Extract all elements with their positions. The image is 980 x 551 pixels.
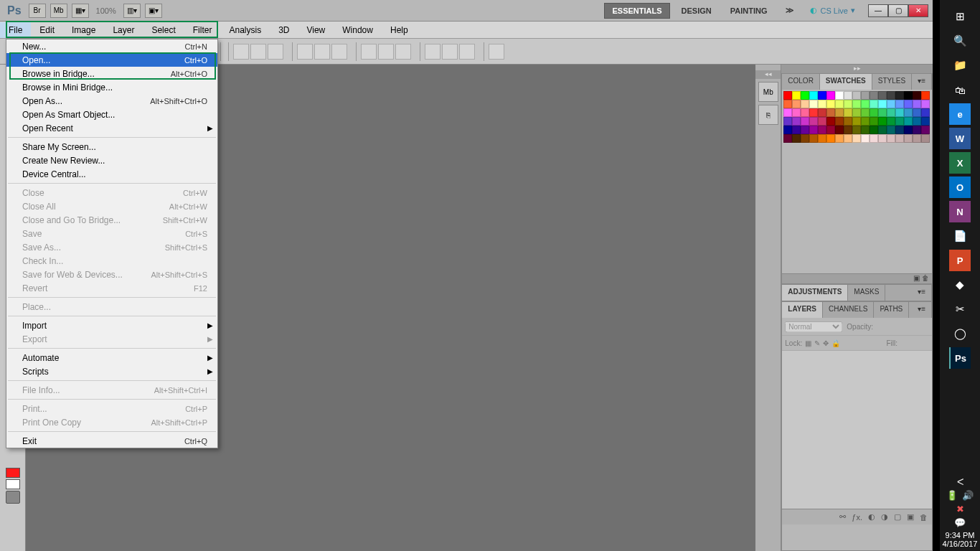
dist-vcenter-icon[interactable]: [378, 44, 394, 60]
swatch[interactable]: [895, 108, 904, 117]
align-bottom-icon[interactable]: [331, 44, 347, 60]
swatch[interactable]: [887, 134, 895, 143]
swatch[interactable]: [878, 91, 887, 100]
swatch[interactable]: [878, 100, 887, 108]
start-icon[interactable]: ⊞: [949, 6, 971, 27]
swatch[interactable]: [852, 117, 861, 126]
swatch[interactable]: [870, 91, 878, 100]
swatch[interactable]: [809, 91, 818, 100]
zoom-level[interactable]: 100%: [93, 6, 119, 15]
tab-layers[interactable]: LAYERS: [782, 302, 823, 318]
cs-live[interactable]: ◐CS Live▾: [806, 6, 859, 15]
swatch[interactable]: [887, 100, 895, 108]
link-layers-icon[interactable]: ⚯: [839, 512, 846, 522]
swatch[interactable]: [887, 91, 895, 100]
swatch[interactable]: [818, 134, 826, 143]
tab-swatches[interactable]: SWATCHES: [820, 74, 872, 90]
menu-item-share-my-screen[interactable]: Share My Screen...: [6, 140, 217, 154]
workspace-essentials[interactable]: ESSENTIALS: [604, 3, 669, 19]
menu-item-exit[interactable]: ExitCtrl+Q: [6, 434, 217, 448]
minibridge-button[interactable]: Mb: [50, 4, 67, 18]
swatch[interactable]: [921, 91, 930, 100]
menu-item-open-as-smart-object[interactable]: Open As Smart Object...: [6, 108, 217, 121]
close-button[interactable]: ✕: [908, 4, 928, 17]
menu-help[interactable]: Help: [382, 22, 417, 38]
arrange2-button[interactable]: ▣▾: [145, 4, 162, 18]
fill-field[interactable]: [900, 337, 929, 349]
swatch[interactable]: [792, 117, 801, 126]
swatch[interactable]: [878, 126, 887, 134]
swatch[interactable]: [835, 91, 844, 100]
tray-date[interactable]: 4/16/2017: [943, 540, 978, 548]
swatch[interactable]: [895, 134, 904, 143]
menu-window[interactable]: Window: [334, 22, 382, 38]
swatch[interactable]: [861, 108, 870, 117]
explorer-icon[interactable]: 📁: [949, 55, 971, 76]
swatch[interactable]: [826, 126, 835, 134]
photoshop-icon[interactable]: Ps: [949, 347, 971, 369]
swatch[interactable]: [809, 134, 818, 143]
swatch[interactable]: [861, 91, 870, 100]
dist-bottom-icon[interactable]: [395, 44, 411, 60]
swatch[interactable]: [818, 117, 826, 126]
swatch[interactable]: [844, 91, 852, 100]
swatch[interactable]: [783, 134, 792, 143]
workspace-more[interactable]: ≫: [778, 3, 801, 18]
swatch[interactable]: [809, 100, 818, 108]
swatch[interactable]: [861, 100, 870, 108]
swatch[interactable]: [852, 134, 861, 143]
menu-item-create-new-review[interactable]: Create New Review...: [6, 154, 217, 167]
swatch[interactable]: [792, 126, 801, 134]
swatch[interactable]: [826, 108, 835, 117]
swatch[interactable]: [818, 100, 826, 108]
minibridge-panel-icon[interactable]: Mb: [758, 82, 778, 102]
swatch[interactable]: [921, 117, 930, 126]
swatch[interactable]: [878, 117, 887, 126]
cortana-icon[interactable]: ◯: [949, 323, 971, 344]
new-layer-icon[interactable]: ▣: [907, 512, 914, 522]
swatch[interactable]: [913, 108, 921, 117]
lock-pixels-icon[interactable]: ✎: [814, 339, 820, 347]
screen-mode-button[interactable]: ▦▾: [72, 4, 89, 18]
menu-item-open[interactable]: Open...Ctrl+O: [6, 53, 217, 67]
swatch[interactable]: [818, 126, 826, 134]
opacity-field[interactable]: [877, 321, 906, 332]
swatch[interactable]: [852, 126, 861, 134]
swatch[interactable]: [826, 91, 835, 100]
swatch[interactable]: [895, 126, 904, 134]
swatch[interactable]: [801, 100, 809, 108]
workspace-design[interactable]: DESIGN: [674, 4, 719, 18]
quickmask-icon[interactable]: [6, 491, 20, 504]
outlook-icon[interactable]: O: [949, 176, 971, 198]
swatch[interactable]: [895, 91, 904, 100]
swatch[interactable]: [878, 134, 887, 143]
swatch[interactable]: [895, 117, 904, 126]
fx-icon[interactable]: ƒx.: [852, 513, 862, 522]
panel-menu-icon[interactable]: ▾≡: [912, 302, 932, 318]
align-left-icon[interactable]: [233, 44, 249, 60]
swatch[interactable]: [835, 108, 844, 117]
swatch[interactable]: [826, 134, 835, 143]
maximize-button[interactable]: ▢: [888, 4, 908, 17]
swatch[interactable]: [826, 117, 835, 126]
swatch[interactable]: [801, 134, 809, 143]
swatch[interactable]: [913, 100, 921, 108]
swatch[interactable]: [792, 100, 801, 108]
tab-styles[interactable]: STYLES: [872, 74, 912, 90]
layers-list[interactable]: [782, 351, 932, 509]
swatch[interactable]: [904, 108, 913, 117]
panel-menu-icon[interactable]: ▾≡: [912, 285, 932, 301]
network-icon[interactable]: ✖: [956, 504, 964, 514]
powerpoint-icon[interactable]: P: [949, 250, 971, 271]
menu-item-new[interactable]: New...Ctrl+N: [6, 39, 217, 53]
swatch[interactable]: [835, 126, 844, 134]
battery-icon[interactable]: 🔋: [946, 490, 958, 501]
new-swatch-icon[interactable]: ▣: [913, 274, 920, 283]
onenote-icon[interactable]: N: [949, 201, 971, 222]
swatches-grid[interactable]: [783, 91, 930, 143]
swatch[interactable]: [818, 91, 826, 100]
word-icon[interactable]: W: [949, 128, 971, 149]
swatch[interactable]: [887, 126, 895, 134]
dist-right-icon[interactable]: [459, 44, 475, 60]
menu-edit[interactable]: Edit: [31, 22, 63, 38]
